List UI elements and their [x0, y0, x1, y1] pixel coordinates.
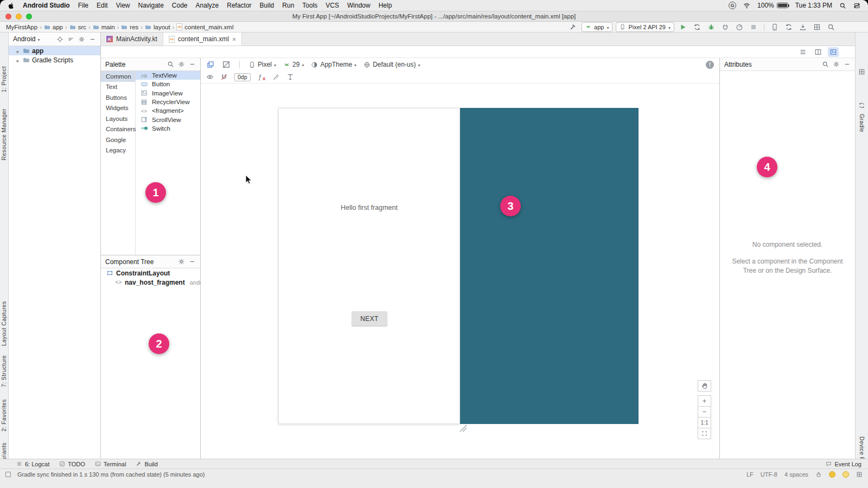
reader-mode-icon[interactable] — [856, 471, 863, 478]
tree-item-nav-host-fragment[interactable]: <> nav_host_fragment androi... — [101, 278, 200, 287]
stripe-favorites[interactable]: 2: Favorites — [1, 399, 7, 432]
palette-category-containers[interactable]: Containers — [101, 124, 135, 135]
line-separator-indicator[interactable]: LF — [746, 471, 754, 478]
menu-analyze[interactable]: Analyze — [196, 2, 219, 9]
menu-file[interactable]: File — [78, 2, 88, 9]
api-level-dropdown[interactable]: 29 — [283, 61, 304, 68]
locate-file-icon[interactable] — [56, 36, 63, 43]
autoconnect-magnet-icon[interactable] — [220, 73, 228, 81]
control-center-icon[interactable] — [853, 2, 860, 9]
event-log-button[interactable]: Event Log — [826, 461, 861, 467]
lock-icon[interactable] — [815, 471, 822, 478]
menu-window[interactable]: Window — [347, 2, 371, 9]
feedback-happy-icon[interactable] — [829, 471, 835, 478]
hide-panel-icon[interactable] — [189, 61, 196, 68]
pan-button[interactable] — [698, 380, 711, 391]
stripe-icon[interactable] — [858, 68, 865, 75]
google-account-icon[interactable] — [729, 2, 736, 9]
avd-manager-button[interactable] — [769, 22, 780, 32]
view-options-eye-icon[interactable] — [206, 73, 214, 81]
run-button[interactable] — [678, 22, 688, 32]
hide-panel-icon[interactable] — [844, 61, 851, 68]
palette-category-text[interactable]: Text — [101, 82, 135, 93]
gear-icon[interactable] — [833, 61, 840, 68]
menubar-clock[interactable]: Tue 1:33 PM — [795, 2, 832, 9]
stripe-structure[interactable]: 7: Structure — [1, 355, 7, 387]
menu-navigate[interactable]: Navigate — [138, 2, 163, 9]
project-view-dropdown[interactable]: Android — [13, 35, 40, 43]
device-selector-dropdown[interactable]: Pixel — [248, 61, 276, 68]
menu-view[interactable]: View — [116, 2, 130, 9]
menu-vcs[interactable]: VCS — [326, 2, 339, 9]
theme-dropdown[interactable]: AppTheme — [311, 61, 356, 68]
preview-textview[interactable]: Hello first fragment — [279, 204, 459, 211]
toolwindow-switcher-icon[interactable] — [5, 472, 11, 477]
palette-item-fragment[interactable]: <><fragment> — [136, 106, 200, 115]
zoom-in-button[interactable] — [698, 395, 711, 407]
palette-category-legacy[interactable]: Legacy — [101, 145, 135, 156]
run-config-dropdown[interactable]: app — [582, 22, 612, 32]
breadcrumb-res[interactable]: res — [119, 24, 140, 30]
breadcrumb-myfirstapp[interactable]: MyFirstApp — [4, 24, 39, 30]
palette-item-recyclerview[interactable]: RecyclerView — [136, 98, 200, 106]
menu-tools[interactable]: Tools — [302, 2, 317, 9]
palette-item-imageview[interactable]: ImageView — [136, 89, 200, 98]
project-tree-gradle-scripts[interactable]: Gradle Scripts — [9, 55, 100, 65]
locale-dropdown[interactable]: Default (en-us) — [363, 61, 420, 68]
menu-android-studio[interactable]: Android Studio — [23, 2, 70, 9]
breadcrumb-main[interactable]: main — [91, 24, 117, 30]
zoom-out-button[interactable] — [698, 406, 711, 418]
sdk-manager-button[interactable] — [797, 22, 808, 32]
debug-button[interactable] — [706, 22, 717, 32]
palette-category-common[interactable]: Common — [101, 71, 135, 82]
palette-category-layouts[interactable]: Layouts — [101, 113, 135, 124]
gradle-sync-button[interactable] — [783, 22, 794, 32]
window-zoom-button[interactable] — [26, 14, 32, 20]
device-dropdown[interactable]: Pixel 2 API 29 — [616, 22, 674, 32]
wifi-icon[interactable] — [743, 2, 750, 9]
toolwindow-logcat[interactable]: 6: Logcat — [16, 461, 49, 467]
tree-item-constraintlayout[interactable]: ConstraintLayout — [101, 268, 200, 278]
menu-run[interactable]: Run — [282, 2, 294, 9]
palette-item-switch[interactable]: Switch — [136, 124, 200, 133]
canvas-resize-handle[interactable] — [458, 425, 468, 433]
apple-menu-icon[interactable] — [8, 2, 15, 9]
palette-item-scrollview[interactable]: ScrollView — [136, 115, 200, 124]
menu-build[interactable]: Build — [260, 2, 275, 9]
default-margin-dropdown[interactable]: 0dp — [234, 73, 251, 81]
toolwindow-todo[interactable]: TODO — [59, 461, 85, 467]
blueprint-canvas[interactable] — [460, 108, 639, 424]
search-icon[interactable] — [822, 61, 829, 68]
preview-next-button[interactable]: NEXT — [352, 311, 387, 326]
design-preview-canvas[interactable]: Hello first fragment NEXT — [278, 108, 460, 424]
code-mode-button[interactable] — [797, 47, 808, 57]
tab-content-main[interactable]: content_main.xml — [163, 33, 242, 46]
battery-indicator[interactable]: 100% — [757, 2, 788, 9]
hide-panel-icon[interactable] — [89, 36, 96, 43]
breadcrumb-layout[interactable]: layout — [143, 24, 172, 30]
profiler-button[interactable] — [734, 22, 745, 32]
issue-indicator[interactable]: ! — [706, 61, 714, 69]
breadcrumb-src[interactable]: src — [68, 24, 88, 30]
gear-icon[interactable] — [78, 36, 85, 43]
gradle-elephant-icon[interactable] — [858, 102, 865, 109]
layout-inspector-button[interactable] — [812, 22, 822, 32]
attach-debugger-button[interactable] — [720, 22, 731, 32]
search-icon[interactable] — [167, 61, 174, 68]
menu-code[interactable]: Code — [172, 2, 188, 9]
menu-edit[interactable]: Edit — [97, 2, 108, 9]
stripe-resource-manager[interactable]: Resource Manager — [1, 108, 7, 160]
palette-category-buttons[interactable]: Buttons — [101, 92, 135, 103]
search-everywhere-button[interactable] — [826, 22, 837, 32]
stripe-gradle[interactable]: Gradle — [859, 114, 865, 132]
indent-indicator[interactable]: 4 spaces — [784, 471, 808, 478]
feedback-sad-icon[interactable] — [843, 471, 849, 478]
zoom-reset-button[interactable]: 1:1 — [698, 417, 711, 428]
stop-button[interactable] — [748, 22, 759, 32]
encoding-indicator[interactable]: UTF-8 — [761, 471, 777, 478]
expander-icon[interactable] — [15, 47, 21, 55]
design-mode-button[interactable] — [828, 47, 839, 57]
clear-constraints-icon[interactable] — [257, 73, 266, 81]
gear-icon[interactable] — [178, 61, 185, 68]
hide-panel-icon[interactable] — [189, 258, 196, 265]
